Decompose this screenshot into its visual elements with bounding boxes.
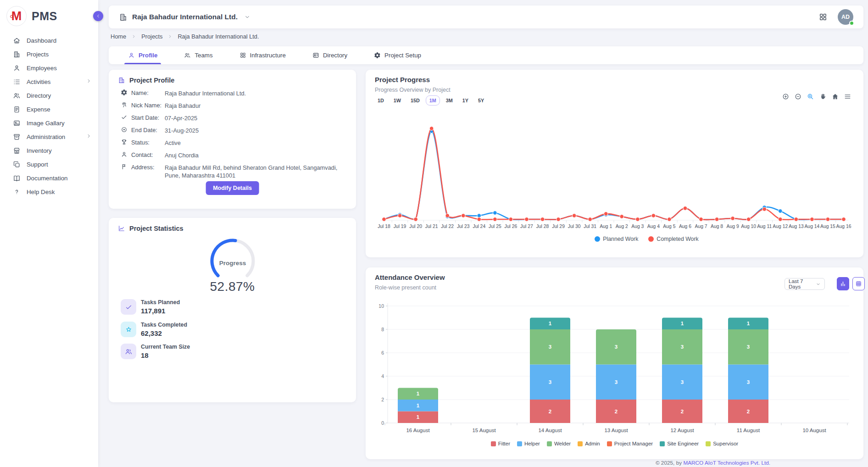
legend-label: Admin: [585, 441, 600, 446]
sidebar-item-label: Support: [27, 161, 48, 168]
range-5y[interactable]: 5Y: [474, 95, 488, 106]
svg-text:0: 0: [381, 420, 384, 426]
company-selector[interactable]: Raja Bahadur International Ltd.: [119, 13, 250, 22]
trophy-icon: [121, 139, 128, 145]
svg-text:2: 2: [615, 409, 618, 414]
legend-item[interactable]: Fitter: [491, 441, 510, 446]
svg-text:10: 10: [378, 303, 384, 309]
svg-text:8: 8: [381, 327, 384, 332]
sidebar-item-support[interactable]: Support: [0, 157, 98, 171]
legend-item[interactable]: Admin: [578, 441, 600, 446]
tab-teams[interactable]: Teams: [184, 46, 212, 64]
chevron-right-icon: [86, 78, 92, 86]
avatar[interactable]: AD: [838, 9, 853, 25]
sidebar-item-dashboard[interactable]: Dashboard: [0, 33, 98, 47]
sidebar-item-administration[interactable]: Administration: [0, 130, 98, 144]
modify-details-button[interactable]: Modify Details: [206, 181, 259, 195]
menu-icon[interactable]: [844, 93, 851, 100]
stat-item: Current Team Size18: [121, 344, 190, 359]
selection-zoom-icon[interactable]: [807, 93, 814, 100]
table-view-button[interactable]: [852, 277, 865, 290]
svg-text:1: 1: [417, 391, 420, 396]
legend-item[interactable]: Helper: [517, 441, 540, 446]
svg-text:Jul 21: Jul 21: [425, 224, 438, 229]
range-1w[interactable]: 1W: [390, 95, 405, 106]
sidebar-item-help-desk[interactable]: Help Desk: [0, 185, 98, 199]
svg-text:Aug 16: Aug 16: [836, 224, 851, 229]
field-value: Raja Bahadur: [165, 102, 347, 110]
sidebar-item-label: Image Gallary: [27, 120, 65, 127]
svg-text:13 August: 13 August: [604, 428, 628, 433]
svg-text:2: 2: [381, 397, 384, 402]
footer-company-link[interactable]: MARCO AIoT Technologies Pvt. Ltd.: [683, 460, 770, 466]
legend-item[interactable]: Planned Work: [595, 236, 638, 242]
grid-icon[interactable]: [818, 12, 828, 22]
chevron-down-icon: [816, 282, 821, 287]
sidebar-item-inventory[interactable]: Inventory: [0, 144, 98, 157]
sidebar-item-directory[interactable]: Directory: [0, 89, 98, 102]
range-1m[interactable]: 1M: [426, 95, 440, 106]
tab-project-setup[interactable]: Project Setup: [374, 46, 421, 64]
tab-infrastructure[interactable]: Infrastructure: [239, 46, 286, 64]
date-range-select[interactable]: Last 7 Days: [785, 278, 825, 290]
legend-marker: [595, 236, 600, 242]
legend-item[interactable]: Project Manager: [607, 441, 653, 446]
svg-text:12 August: 12 August: [670, 428, 694, 433]
building-icon: [119, 13, 128, 22]
svg-text:3: 3: [549, 379, 551, 385]
sidebar-nav: DashboardProjectsEmployeesActivitiesDire…: [0, 33, 98, 199]
sidebar-item-documentation[interactable]: Documentation: [0, 171, 98, 185]
field-value: 31-Aug-2025: [165, 127, 347, 134]
zoom-in-icon[interactable]: [782, 93, 790, 100]
legend-item[interactable]: Welder: [547, 441, 571, 446]
company-name: Raja Bahadur International Ltd.: [132, 13, 238, 21]
archive-icon: [13, 133, 21, 141]
logo-circuit-dot: [10, 15, 13, 18]
sidebar-item-employees[interactable]: Employees: [0, 61, 98, 75]
breadcrumb-item[interactable]: Home: [111, 33, 126, 40]
svg-text:3: 3: [747, 379, 750, 385]
range-3m[interactable]: 3M: [442, 95, 456, 106]
svg-text:Aug 11: Aug 11: [757, 224, 772, 229]
star-icon: [121, 322, 136, 337]
legend-item[interactable]: Completed Work: [648, 236, 698, 242]
project-progress-card: Project Progress Progress Overview by Pr…: [366, 70, 863, 257]
online-status-dot: [849, 21, 854, 26]
svg-text:3: 3: [615, 344, 618, 350]
fingerprint-icon: [121, 101, 128, 108]
chevron-right-icon: [86, 133, 92, 141]
sidebar-collapse-button[interactable]: [93, 11, 103, 21]
field-label: Address:: [131, 164, 155, 171]
sidebar-item-activities[interactable]: Activities: [0, 75, 98, 89]
zoom-out-icon[interactable]: [794, 93, 802, 100]
tab-profile[interactable]: Profile: [128, 46, 157, 64]
range-1d[interactable]: 1D: [374, 95, 388, 106]
legend-item[interactable]: Supervisor: [706, 441, 738, 446]
breadcrumb-item[interactable]: Raja Bahadur International Ltd.: [178, 33, 259, 40]
line-chart-legend: Planned WorkCompleted Work: [398, 236, 868, 242]
svg-text:16 August: 16 August: [406, 428, 430, 433]
sidebar-item-image-gallary[interactable]: Image Gallary: [0, 116, 98, 130]
field-value: Anuj Chordia: [165, 151, 347, 159]
tab-label: Project Setup: [384, 52, 421, 59]
store-icon: [13, 147, 21, 155]
range-1y[interactable]: 1Y: [459, 95, 472, 106]
help-icon: [13, 188, 21, 196]
legend-item[interactable]: Site Engineer: [660, 441, 699, 446]
sidebar-item-expense[interactable]: Expense: [0, 102, 98, 116]
brand-logo: M PMS: [0, 0, 98, 31]
range-15d[interactable]: 15D: [407, 95, 423, 106]
tab-label: Profile: [139, 52, 157, 59]
reset-zoom-icon[interactable]: [831, 93, 839, 100]
svg-text:Jul 30: Jul 30: [568, 224, 581, 229]
tab-directory[interactable]: Directory: [312, 46, 347, 64]
pan-icon[interactable]: [819, 93, 827, 100]
breadcrumb-item[interactable]: Projects: [141, 33, 162, 40]
sidebar-item-projects[interactable]: Projects: [0, 47, 98, 61]
attendance-overview-card: Attendance Overview Role-wise present co…: [366, 267, 863, 459]
tab-label: Teams: [195, 52, 212, 59]
bar-chart-view-button[interactable]: [837, 277, 849, 290]
person-icon: [128, 52, 135, 59]
svg-text:Aug 2: Aug 2: [616, 224, 628, 229]
sidebar-item-label: Directory: [27, 92, 51, 99]
